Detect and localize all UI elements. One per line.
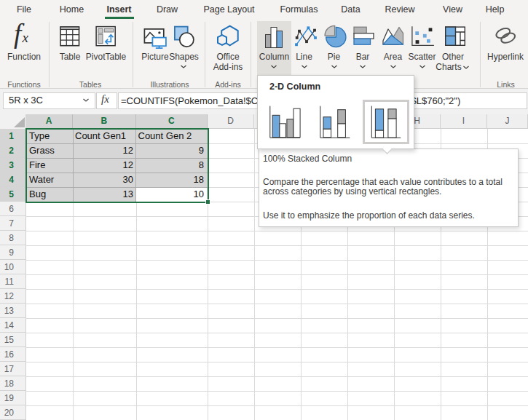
svg-text:x: x	[22, 30, 29, 45]
